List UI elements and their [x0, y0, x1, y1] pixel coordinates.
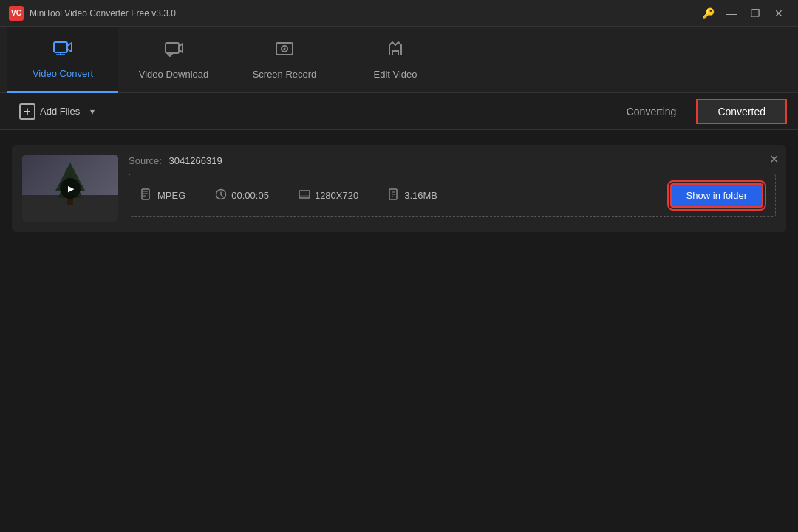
nav-item-edit-video[interactable]: Edit Video	[340, 27, 451, 93]
title-left: VC MiniTool Video Converter Free v3.3.0	[9, 6, 176, 21]
minimize-button[interactable]: —	[721, 6, 742, 21]
output-filesize: 3.16MB	[404, 190, 437, 201]
add-files-dropdown-button[interactable]: ▾	[87, 102, 98, 121]
close-button[interactable]: ✕	[768, 6, 789, 21]
screen-record-icon	[274, 39, 295, 64]
nav-label-edit-video: Edit Video	[373, 69, 417, 80]
svg-rect-1	[166, 43, 179, 53]
file-details: Source: 3041266319 MPEG 00:00:05	[129, 155, 776, 217]
output-duration-field: 00:00:05	[215, 188, 269, 202]
nav-item-screen-record[interactable]: Screen Record	[229, 27, 340, 93]
svg-rect-7	[67, 198, 73, 205]
video-convert-icon	[52, 38, 73, 64]
svg-rect-0	[54, 42, 67, 52]
nav-item-video-convert[interactable]: Video Convert	[7, 27, 118, 93]
output-row: MPEG 00:00:05 1280X720	[129, 174, 776, 217]
svg-rect-10	[299, 191, 310, 198]
file-thumbnail[interactable]	[22, 155, 118, 222]
source-value: 3041266319	[168, 155, 222, 166]
nav-item-video-download[interactable]: Video Download	[118, 27, 229, 93]
resolution-icon	[299, 188, 310, 202]
filesize-icon	[388, 188, 400, 202]
file-card: Source: 3041266319 MPEG 00:00:05	[12, 145, 786, 232]
output-duration: 00:00:05	[231, 190, 269, 201]
sub-tab-bar: + Add Files ▾ Converting Converted	[0, 93, 798, 130]
content-area: Source: 3041266319 MPEG 00:00:05	[0, 130, 798, 247]
output-format: MPEG	[157, 190, 185, 201]
svg-point-4	[284, 48, 286, 50]
file-close-button[interactable]: ✕	[769, 152, 779, 166]
clock-icon	[215, 188, 227, 202]
settings-icon-btn[interactable]: 🔑	[698, 6, 718, 21]
output-resolution-field: 1280X720	[299, 188, 358, 202]
add-files-label: Add Files	[40, 106, 80, 117]
maximize-button[interactable]: ❐	[745, 6, 765, 21]
video-download-icon	[163, 39, 184, 64]
edit-video-icon	[385, 39, 406, 64]
nav-bar: Video Convert Video Download Screen Reco…	[0, 27, 798, 93]
tab-converted[interactable]: Converted	[697, 100, 786, 123]
app-logo: VC	[9, 6, 24, 21]
output-filesize-field: 3.16MB	[388, 188, 437, 202]
output-format-field: MPEG	[141, 188, 185, 202]
tab-converting[interactable]: Converting	[606, 100, 698, 123]
add-files-button[interactable]: + Add Files	[12, 99, 87, 124]
show-in-folder-button[interactable]: Show in folder	[670, 183, 763, 208]
play-icon[interactable]	[60, 178, 81, 199]
window-controls: 🔑 — ❐ ✕	[698, 6, 789, 21]
file-source: Source: 3041266319	[129, 155, 776, 166]
source-label: Source:	[129, 155, 162, 166]
svg-rect-8	[142, 189, 149, 200]
title-bar: VC MiniTool Video Converter Free v3.3.0 …	[0, 0, 798, 27]
nav-label-video-convert: Video Convert	[33, 68, 93, 79]
app-title: MiniTool Video Converter Free v3.3.0	[30, 8, 176, 18]
format-icon	[141, 188, 153, 202]
output-resolution: 1280X720	[315, 190, 358, 201]
nav-label-screen-record: Screen Record	[253, 69, 317, 80]
nav-label-video-download: Video Download	[139, 69, 208, 80]
add-files-icon: +	[19, 103, 35, 120]
